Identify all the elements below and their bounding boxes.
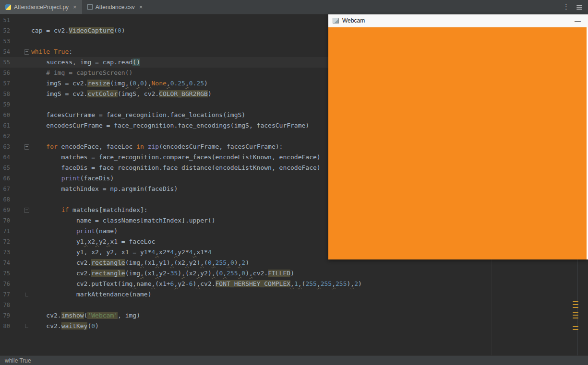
close-tab-icon[interactable]: ×	[139, 3, 143, 11]
line-number: 62	[0, 131, 10, 141]
fold-gutter	[10, 194, 31, 205]
fold-marker-icon[interactable]	[10, 289, 31, 300]
warning-stripe-mark[interactable]	[573, 329, 578, 330]
fold-marker-icon[interactable]	[10, 141, 31, 152]
line-number: 64	[0, 152, 10, 163]
line-number: 70	[0, 215, 10, 226]
line-number: 57	[0, 78, 10, 89]
close-tab-icon[interactable]: ×	[73, 3, 77, 11]
warning-stripe-mark[interactable]	[573, 304, 578, 305]
fold-gutter	[10, 258, 31, 268]
code-text: faceDis = face_recognition.face_distance…	[31, 163, 321, 173]
code-text: cv2.putText(img,name,(x1+6,y2-6),cv2.FON…	[31, 279, 362, 289]
fold-gutter	[10, 184, 31, 194]
code-text: encodesCurFrame = face_recognition.face_…	[31, 120, 309, 131]
editor-list-icon[interactable]	[576, 5, 582, 10]
webcam-video-frame	[328, 27, 587, 259]
minimize-button[interactable]: —	[572, 17, 584, 24]
fold-gutter	[10, 78, 31, 89]
fold-marker-icon[interactable]	[10, 47, 31, 57]
fold-gutter	[10, 279, 31, 289]
line-number: 54	[0, 47, 10, 57]
fold-marker-icon[interactable]	[10, 321, 31, 331]
line-number: 59	[0, 99, 10, 110]
line-number: 75	[0, 268, 10, 279]
tab-label: AttendanceProject.py	[14, 4, 69, 11]
tab-attendance-csv[interactable]: Attendance.csv ×	[82, 0, 148, 14]
webcam-window-title: Webcam	[342, 17, 365, 24]
code-text: cv2.rectangle(img,(x1,y1),(x2,y2),(0,255…	[31, 258, 249, 268]
csv-file-icon	[87, 4, 93, 10]
window-image-icon	[333, 18, 339, 24]
code-text: while True:	[31, 47, 72, 57]
webcam-window[interactable]: Webcam —	[328, 14, 588, 259]
code-text: markAttendance(name)	[31, 289, 151, 300]
fold-gutter	[10, 173, 31, 184]
code-text: cv2.rectangle(img,(x1,y2-35),(x2,y2),(0,…	[31, 268, 294, 279]
code-text: facesCurFrame = face_recognition.face_lo…	[31, 110, 245, 120]
line-number: 69	[0, 205, 10, 215]
line-number: 79	[0, 310, 10, 321]
warning-stripe-mark[interactable]	[573, 318, 578, 318]
fold-gutter	[10, 68, 31, 78]
fold-marker-icon[interactable]	[10, 205, 31, 215]
code-text: imgS = cv2.resize(img,(0,0),None,0.25,0.…	[31, 78, 208, 89]
code-text: if matches[matchIndex]:	[31, 205, 148, 215]
code-line[interactable]: 75 cv2.rectangle(img,(x1,y2-35),(x2,y2),…	[0, 268, 588, 279]
code-text: y1, x2, y2, x1 = y1*4,x2*4,y2*4,x1*4	[31, 247, 212, 258]
warning-stripe-mark[interactable]	[573, 301, 578, 302]
code-line[interactable]: 77 markAttendance(name)	[0, 289, 588, 300]
tab-bar-actions: ⋮	[563, 0, 588, 14]
line-number: 52	[0, 25, 10, 36]
code-line[interactable]: 80 cv2.waitKey(0)	[0, 321, 588, 331]
code-text: name = classNames[matchIndex].upper()	[31, 215, 216, 226]
more-options-icon[interactable]: ⋮	[563, 3, 570, 11]
code-line[interactable]: 78	[0, 300, 588, 310]
line-number: 77	[0, 289, 10, 300]
line-number: 72	[0, 236, 10, 247]
fold-gutter	[10, 268, 31, 279]
fold-gutter	[10, 99, 31, 110]
warning-stripe-mark[interactable]	[573, 326, 578, 327]
tab-label: Attendance.csv	[96, 4, 135, 11]
line-number: 68	[0, 194, 10, 205]
fold-gutter	[10, 247, 31, 258]
fold-gutter	[10, 152, 31, 163]
fold-gutter	[10, 25, 31, 36]
line-number: 78	[0, 300, 10, 310]
line-number: 63	[0, 141, 10, 152]
line-number: 51	[0, 15, 10, 25]
python-file-icon	[5, 4, 11, 10]
code-text: y1,x2,y2,x1 = faceLoc	[31, 236, 155, 247]
warning-stripe-mark[interactable]	[573, 315, 578, 316]
line-number: 66	[0, 173, 10, 184]
fold-gutter	[10, 310, 31, 321]
line-number: 71	[0, 226, 10, 236]
fold-gutter	[10, 226, 31, 236]
warning-stripe-mark[interactable]	[573, 312, 578, 313]
code-text: matchIndex = np.argmin(faceDis)	[31, 184, 178, 194]
code-line[interactable]: 79 cv2.imshow('Webcam', img)	[0, 310, 588, 321]
tab-attendanceproject-py[interactable]: AttendanceProject.py ×	[0, 0, 82, 14]
line-number: 55	[0, 57, 10, 68]
warning-stripe-mark[interactable]	[573, 307, 578, 308]
fold-gutter	[10, 110, 31, 120]
status-context-label: while True	[5, 357, 31, 364]
line-number: 60	[0, 110, 10, 120]
line-number: 73	[0, 247, 10, 258]
code-text: cv2.waitKey(0)	[31, 321, 99, 331]
line-number: 74	[0, 258, 10, 268]
fold-gutter	[10, 163, 31, 173]
fold-gutter	[10, 15, 31, 25]
code-text: for encodeFace, faceLoc in zip(encodesCu…	[31, 141, 283, 152]
code-line[interactable]: 76 cv2.putText(img,name,(x1+6,y2-6),cv2.…	[0, 279, 588, 289]
code-text: print(name)	[31, 226, 118, 236]
line-number: 76	[0, 279, 10, 289]
fold-gutter	[10, 131, 31, 141]
code-text: cv2.imshow('Webcam', img)	[31, 310, 140, 321]
line-number: 80	[0, 321, 10, 331]
code-text: cap = cv2.VideoCapture(0)	[31, 25, 125, 36]
line-number: 67	[0, 184, 10, 194]
webcam-title-bar[interactable]: Webcam —	[328, 14, 588, 27]
line-number: 58	[0, 89, 10, 99]
